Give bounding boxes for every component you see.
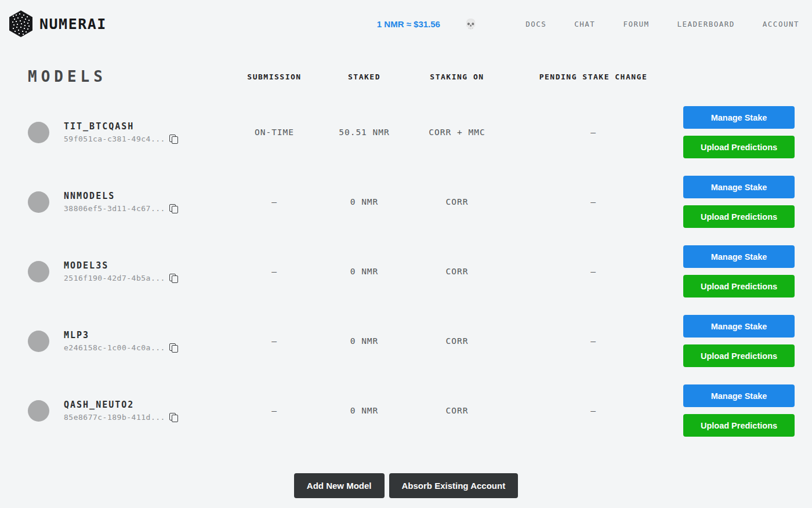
model-meta: MLP3 e246158c-1c00-4c0a... — [64, 330, 178, 353]
nmr-price: 1 NMR ≈ $31.56 — [377, 19, 440, 29]
skull-icon[interactable]: 💀 — [465, 18, 477, 30]
numerai-hexagon-logo — [8, 10, 34, 38]
staking-on-value: CORR — [411, 406, 503, 415]
pending-stake-change-value: – — [503, 267, 683, 276]
upload-predictions-button[interactable]: Upload Predictions — [683, 275, 795, 297]
model-id-line: 38806ef5-3d11-4c67... — [64, 204, 178, 213]
row-actions: Manage Stake Upload Predictions — [683, 384, 795, 437]
submission-value: – — [231, 406, 318, 415]
footer-actions: Add New Model Absorb Existing Account — [0, 473, 812, 498]
numerai-brand[interactable]: NUMERAI — [8, 10, 107, 38]
model-name: QASH_NEUTO2 — [64, 400, 178, 410]
table-row: MODEL3S 2516f190-42d7-4b5a... – 0 NMR CO… — [28, 237, 795, 306]
upload-predictions-button[interactable]: Upload Predictions — [683, 136, 795, 158]
model-id-line: 59f051ca-c381-49c4... — [64, 135, 178, 144]
copy-icon[interactable] — [169, 135, 178, 144]
table-header-row: MODELS SUBMISSION STAKED STAKING ON PEND… — [28, 56, 795, 97]
table-row: NNMODELS 38806ef5-3d11-4c67... – 0 NMR C… — [28, 167, 795, 237]
model-avatar — [28, 122, 49, 143]
model-cell: MLP3 e246158c-1c00-4c0a... — [28, 330, 231, 353]
pending-stake-change-value: – — [503, 128, 683, 137]
manage-stake-button[interactable]: Manage Stake — [683, 176, 795, 198]
staked-value: 0 NMR — [318, 336, 411, 346]
submission-value: – — [231, 267, 318, 276]
add-new-model-button[interactable]: Add New Model — [294, 473, 385, 498]
nav-link-account[interactable]: ACCOUNT — [763, 20, 799, 28]
staking-on-value: CORR — [411, 197, 503, 206]
nav-link-docs[interactable]: DOCS — [525, 20, 546, 28]
staked-value: 0 NMR — [318, 406, 411, 415]
manage-stake-button[interactable]: Manage Stake — [683, 106, 795, 129]
upload-predictions-button[interactable]: Upload Predictions — [683, 205, 795, 228]
nav-links: DOCS CHAT FORUM LEADERBOARD ACCOUNT — [498, 20, 799, 28]
upload-predictions-button[interactable]: Upload Predictions — [683, 344, 795, 367]
model-cell: QASH_NEUTO2 85e8677c-189b-411d... — [28, 400, 231, 422]
copy-icon[interactable] — [169, 413, 178, 422]
submission-value: ON-TIME — [231, 128, 318, 137]
model-cell: TIT_BTCQASH 59f051ca-c381-49c4... — [28, 121, 231, 144]
model-id: 2516f190-42d7-4b5a... — [64, 274, 165, 282]
model-name: NNMODELS — [64, 191, 178, 201]
upload-predictions-button[interactable]: Upload Predictions — [683, 414, 795, 437]
model-id: e246158c-1c00-4c0a... — [64, 343, 165, 352]
model-meta: TIT_BTCQASH 59f051ca-c381-49c4... — [64, 121, 178, 144]
row-actions: Manage Stake Upload Predictions — [683, 176, 795, 228]
row-actions: Manage Stake Upload Predictions — [683, 106, 795, 158]
model-avatar — [28, 331, 49, 352]
table-row: MLP3 e246158c-1c00-4c0a... – 0 NMR CORR … — [28, 306, 795, 376]
copy-icon[interactable] — [169, 204, 178, 213]
page-title: MODELS — [28, 68, 231, 85]
nav-link-forum[interactable]: FORUM — [623, 20, 649, 28]
models-table: MODELS SUBMISSION STAKED STAKING ON PEND… — [0, 56, 812, 445]
model-rows: TIT_BTCQASH 59f051ca-c381-49c4... ON-TIM… — [28, 97, 795, 445]
model-id: 38806ef5-3d11-4c67... — [64, 204, 165, 213]
col-header-staked: STAKED — [318, 72, 411, 81]
staking-on-value: CORR — [411, 336, 503, 346]
row-actions: Manage Stake Upload Predictions — [683, 245, 795, 297]
model-id-line: e246158c-1c00-4c0a... — [64, 343, 178, 353]
model-name: TIT_BTCQASH — [64, 121, 178, 132]
model-cell: MODEL3S 2516f190-42d7-4b5a... — [28, 260, 231, 283]
manage-stake-button[interactable]: Manage Stake — [683, 384, 795, 407]
model-id: 85e8677c-189b-411d... — [64, 413, 165, 422]
staking-on-value: CORR — [411, 267, 503, 276]
model-avatar — [28, 191, 49, 213]
model-name: MLP3 — [64, 330, 178, 340]
model-name: MODEL3S — [64, 260, 178, 271]
copy-icon[interactable] — [169, 343, 178, 353]
submission-value: – — [231, 197, 318, 206]
pending-stake-change-value: – — [503, 197, 683, 206]
pending-stake-change-value: – — [503, 336, 683, 346]
staked-value: 0 NMR — [318, 267, 411, 276]
model-id-line: 2516f190-42d7-4b5a... — [64, 274, 178, 283]
navbar: NUMERAI 1 NMR ≈ $31.56 💀 DOCS CHAT FORUM… — [0, 0, 812, 48]
model-meta: NNMODELS 38806ef5-3d11-4c67... — [64, 191, 178, 213]
manage-stake-button[interactable]: Manage Stake — [683, 245, 795, 268]
model-avatar — [28, 261, 49, 282]
manage-stake-button[interactable]: Manage Stake — [683, 315, 795, 338]
model-id-line: 85e8677c-189b-411d... — [64, 413, 178, 422]
model-meta: MODEL3S 2516f190-42d7-4b5a... — [64, 260, 178, 283]
col-header-submission: SUBMISSION — [231, 72, 318, 81]
staking-on-value: CORR + MMC — [411, 128, 503, 137]
table-row: TIT_BTCQASH 59f051ca-c381-49c4... ON-TIM… — [28, 97, 795, 167]
row-actions: Manage Stake Upload Predictions — [683, 315, 795, 367]
pending-stake-change-value: – — [503, 406, 683, 415]
model-meta: QASH_NEUTO2 85e8677c-189b-411d... — [64, 400, 178, 422]
navbar-right: 1 NMR ≈ $31.56 💀 DOCS CHAT FORUM LEADERB… — [377, 18, 799, 30]
col-header-pending-stake-change: PENDING STAKE CHANGE — [503, 72, 683, 81]
table-row: QASH_NEUTO2 85e8677c-189b-411d... – 0 NM… — [28, 376, 795, 445]
model-id: 59f051ca-c381-49c4... — [64, 135, 165, 143]
model-cell: NNMODELS 38806ef5-3d11-4c67... — [28, 191, 231, 213]
copy-icon[interactable] — [169, 274, 178, 283]
col-header-staking-on: STAKING ON — [411, 72, 503, 81]
absorb-existing-account-button[interactable]: Absorb Existing Account — [389, 473, 519, 498]
model-avatar — [28, 400, 49, 422]
brand-name: NUMERAI — [39, 16, 107, 32]
staked-value: 0 NMR — [318, 197, 411, 206]
nav-link-leaderboard[interactable]: LEADERBOARD — [677, 20, 735, 28]
nav-link-chat[interactable]: CHAT — [574, 20, 595, 28]
submission-value: – — [231, 336, 318, 346]
staked-value: 50.51 NMR — [318, 128, 411, 137]
